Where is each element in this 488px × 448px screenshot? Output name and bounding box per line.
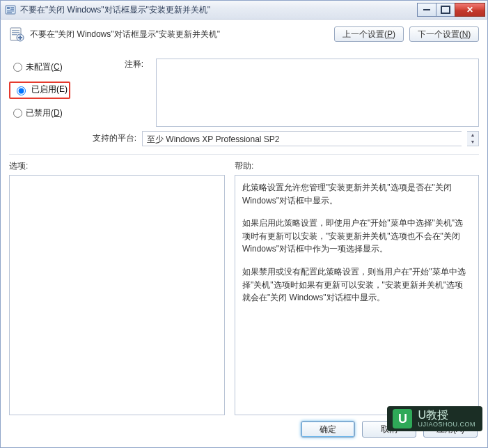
mid-label-column: 注释: [95, 59, 143, 127]
maximize-button[interactable] [436, 3, 455, 17]
help-paragraph-3: 如果禁用或没有配置此策略设置，则当用户在"开始"菜单中选择"关机"选项时如果有更… [242, 265, 471, 304]
policy-sheet-icon [9, 26, 24, 42]
next-setting-hotkey: N [462, 29, 469, 39]
close-button[interactable] [455, 3, 485, 17]
help-paragraph-2: 如果启用此策略设置，即使用户在"开始"菜单中选择"关机"选项时有更新可以安装，"… [242, 217, 471, 256]
radio-enabled-input[interactable] [17, 86, 26, 95]
divider [9, 154, 479, 155]
svg-rect-5 [7, 13, 12, 14]
radio-enabled-label: 已启用(E) [31, 84, 68, 95]
radio-disabled-input[interactable] [13, 109, 22, 118]
svg-rect-8 [12, 32, 19, 33]
client-area: 不要在"关闭 Windows"对话框显示"安装更新并关机" 上一个设置(P) 下… [0, 20, 488, 448]
minimize-button[interactable] [417, 3, 436, 17]
settings-icon [5, 4, 16, 15]
prev-setting-button[interactable]: 上一个设置(P) [334, 26, 404, 42]
header-row: 不要在"关闭 Windows"对话框显示"安装更新并关机" 上一个设置(P) 下… [9, 26, 479, 42]
svg-rect-2 [10, 7, 14, 8]
prev-setting-suffix: ) [393, 29, 395, 39]
options-label: 选项: [9, 160, 225, 172]
svg-rect-4 [7, 10, 14, 12]
platform-scrollbar[interactable]: ▲ ▼ [467, 131, 479, 146]
radio-disabled[interactable]: 已禁用(D) [13, 107, 82, 119]
supported-platform-field: 至少 Windows XP Professional SP2 [142, 131, 462, 146]
columns-header: 选项: 帮助: [9, 160, 479, 172]
window-controls [418, 3, 485, 17]
watermark-url: UJIAOSHOU.COM [418, 422, 475, 428]
columns: 此策略设置允许您管理"安装更新并关机"选项是否在"关闭 Windows"对话框中… [9, 175, 479, 415]
next-setting-suffix: ) [468, 29, 471, 39]
comment-field[interactable] [156, 59, 479, 127]
svg-rect-1 [7, 7, 10, 9]
prev-setting-label: 上一个设置( [343, 29, 387, 40]
radio-not-configured[interactable]: 未配置(C) [13, 61, 82, 73]
watermark-brand: U教授 [418, 410, 475, 422]
svg-rect-7 [12, 30, 19, 31]
help-paragraph-1: 此策略设置允许您管理"安装更新并关机"选项是否在"关闭 Windows"对话框中… [242, 181, 471, 207]
title-bar: 不要在"关闭 Windows"对话框显示"安装更新并关机" [0, 0, 488, 20]
help-label: 帮助: [235, 160, 479, 172]
config-area: 未配置(C) 已启用(E) 已禁用(D) 注释: [9, 59, 479, 127]
svg-rect-3 [10, 9, 14, 10]
state-radio-group: 未配置(C) 已启用(E) 已禁用(D) [9, 59, 82, 127]
help-box: 此策略设置允许您管理"安装更新并关机"选项是否在"关闭 Windows"对话框中… [235, 175, 479, 415]
prev-setting-hotkey: P [387, 29, 393, 39]
radio-not-configured-label: 未配置(C) [26, 61, 63, 73]
radio-disabled-label: 已禁用(D) [26, 107, 63, 119]
watermark-badge-icon: U [393, 409, 412, 428]
radio-not-configured-input[interactable] [13, 63, 22, 72]
svg-rect-12 [19, 36, 21, 40]
platform-row: 支持的平台: 至少 Windows XP Professional SP2 ▲ … [9, 130, 479, 147]
watermark: U U教授 UJIAOSHOU.COM [387, 406, 482, 431]
options-box [9, 175, 225, 415]
ok-button[interactable]: 确定 [301, 421, 355, 438]
policy-title: 不要在"关闭 Windows"对话框显示"安装更新并关机" [30, 29, 329, 40]
next-setting-label: 下一个设置( [418, 29, 462, 40]
window-title: 不要在"关闭 Windows"对话框显示"安装更新并关机" [20, 4, 418, 16]
comment-label: 注释: [125, 59, 143, 70]
chevron-up-icon[interactable]: ▲ [467, 132, 478, 139]
chevron-down-icon[interactable]: ▼ [467, 139, 478, 146]
highlight-enabled: 已启用(E) [9, 82, 70, 99]
svg-rect-9 [12, 34, 17, 35]
next-setting-button[interactable]: 下一个设置(N) [409, 26, 479, 42]
platform-label: 支持的平台: [88, 132, 136, 144]
